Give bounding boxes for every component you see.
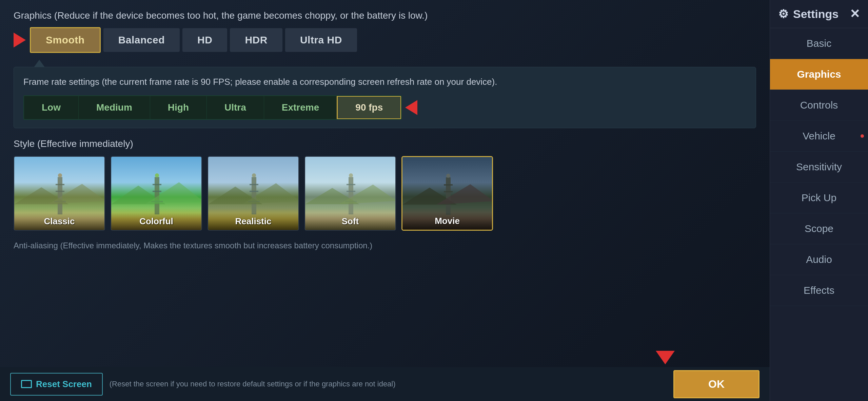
svg-rect-9 <box>153 191 161 192</box>
framerate-btn-90fps[interactable]: 90 fps <box>337 96 401 119</box>
ok-button[interactable]: OK <box>673 370 760 398</box>
style-section: Style (Effective immediately) <box>14 138 756 231</box>
svg-rect-2 <box>56 191 64 192</box>
style-card-classic[interactable]: Classic <box>14 156 105 231</box>
reset-notice: (Reset the screen if you need to restore… <box>110 380 667 388</box>
sidebar: ⚙ Settings ✕ Basic Graphics Controls Veh… <box>770 0 868 401</box>
ok-down-arrow <box>656 351 675 364</box>
svg-rect-1 <box>56 184 64 185</box>
style-card-movie[interactable]: Movie <box>401 156 493 231</box>
quality-btn-balanced[interactable]: Balanced <box>103 28 180 52</box>
svg-rect-0 <box>58 177 62 214</box>
framerate-btn-extreme[interactable]: Extreme <box>264 96 337 119</box>
smooth-arrow-indicator <box>14 33 26 47</box>
bottom-bar: Reset Screen (Reset the screen if you ne… <box>0 367 770 401</box>
reset-screen-icon <box>21 380 32 388</box>
framerate-btn-high[interactable]: High <box>150 96 207 119</box>
anti-alias-note: Anti-aliasing (Effective immediately, Ma… <box>14 241 756 250</box>
svg-rect-21 <box>349 177 353 214</box>
sidebar-item-controls[interactable]: Controls <box>770 90 868 121</box>
style-cards-row: Classic Colorful <box>14 156 756 231</box>
svg-point-18 <box>252 173 256 177</box>
framerate-label: Frame rate settings (the current frame r… <box>23 75 746 89</box>
svg-point-25 <box>349 173 353 177</box>
sidebar-item-scope[interactable]: Scope <box>770 213 868 244</box>
svg-rect-15 <box>250 184 258 185</box>
svg-rect-29 <box>444 184 453 186</box>
sidebar-item-audio[interactable]: Audio <box>770 244 868 275</box>
graphics-quality-label: Graphics (Reduce if the device becomes t… <box>14 10 756 21</box>
sidebar-item-sensitivity[interactable]: Sensitivity <box>770 152 868 183</box>
style-card-colorful[interactable]: Colorful <box>111 156 202 231</box>
svg-rect-8 <box>153 184 161 185</box>
svg-marker-34 <box>436 184 493 205</box>
down-arrow-container <box>656 351 675 364</box>
framerate-section: Frame rate settings (the current frame r… <box>14 67 756 128</box>
settings-header: ⚙ Settings ✕ <box>770 0 868 28</box>
style-label: Style (Effective immediately) <box>14 138 756 149</box>
reset-screen-button[interactable]: Reset Screen <box>10 373 103 396</box>
vehicle-dot <box>861 134 864 138</box>
svg-point-32 <box>446 174 450 178</box>
svg-marker-6 <box>48 184 105 204</box>
svg-rect-22 <box>347 184 355 185</box>
svg-rect-28 <box>446 177 451 215</box>
style-card-soft[interactable]: Soft <box>304 156 396 231</box>
gear-icon: ⚙ <box>778 7 788 21</box>
quality-btn-ultrahd[interactable]: Ultra HD <box>285 28 357 52</box>
svg-point-4 <box>58 173 62 177</box>
settings-title-label: Settings <box>793 7 839 21</box>
style-card-movie-label: Movie <box>402 212 492 230</box>
reset-screen-label: Reset Screen <box>36 379 92 389</box>
settings-title-group: ⚙ Settings <box>778 7 839 21</box>
main-content: Graphics (Reduce if the device becomes t… <box>0 0 770 401</box>
style-card-realistic-label: Realistic <box>208 213 298 230</box>
framerate-buttons-group: Low Medium High Ultra Extreme 90 fps <box>23 95 402 120</box>
sidebar-nav: Basic Graphics Controls Vehicle Sensitiv… <box>770 28 868 401</box>
svg-rect-23 <box>347 191 355 192</box>
framerate-btn-low[interactable]: Low <box>24 96 79 119</box>
style-card-colorful-label: Colorful <box>111 213 201 230</box>
quality-btn-hd[interactable]: HD <box>182 28 227 52</box>
sidebar-item-graphics[interactable]: Graphics <box>770 59 868 90</box>
framerate-btn-ultra[interactable]: Ultra <box>207 96 264 119</box>
svg-marker-20 <box>242 183 299 204</box>
svg-rect-16 <box>250 191 258 192</box>
quality-buttons-row: Smooth Balanced HD HDR Ultra HD <box>14 27 756 53</box>
style-card-soft-label: Soft <box>305 213 395 230</box>
style-card-classic-label: Classic <box>14 213 104 230</box>
style-card-realistic[interactable]: Realistic <box>208 156 299 231</box>
sidebar-item-pickup[interactable]: Pick Up <box>770 183 868 213</box>
framerate-buttons-row: Low Medium High Ultra Extreme 90 fps <box>23 95 746 120</box>
graphics-quality-section: Graphics (Reduce if the device becomes t… <box>14 10 756 53</box>
sidebar-item-effects[interactable]: Effects <box>770 275 868 306</box>
svg-point-11 <box>155 173 159 177</box>
quality-btn-smooth[interactable]: Smooth <box>30 27 101 53</box>
sidebar-item-basic[interactable]: Basic <box>770 28 868 59</box>
quality-btn-hdr[interactable]: HDR <box>230 28 282 52</box>
svg-marker-13 <box>145 182 202 204</box>
sidebar-item-vehicle[interactable]: Vehicle <box>770 121 868 152</box>
fps-arrow-indicator <box>405 100 417 115</box>
svg-rect-14 <box>252 177 256 214</box>
close-icon[interactable]: ✕ <box>850 7 860 21</box>
svg-marker-27 <box>339 185 396 204</box>
triangle-indicator <box>34 60 45 67</box>
framerate-btn-medium[interactable]: Medium <box>79 96 150 119</box>
svg-rect-30 <box>444 191 453 192</box>
